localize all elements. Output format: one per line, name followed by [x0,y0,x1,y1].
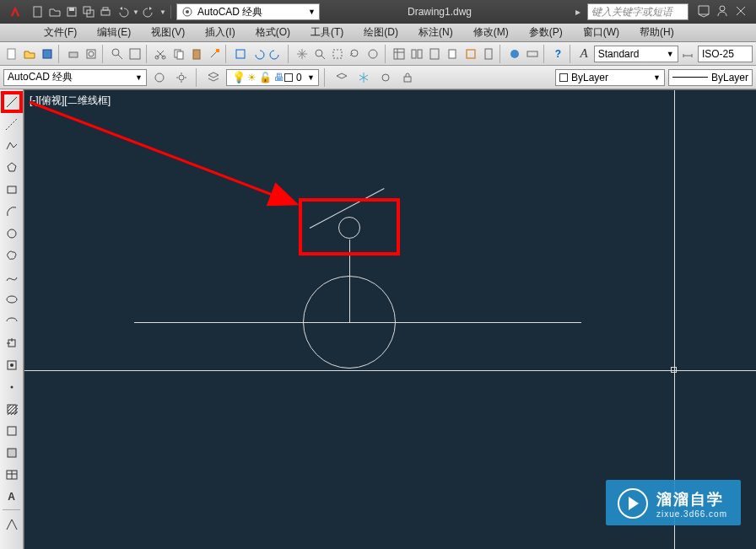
layer-off-icon[interactable] [376,68,395,87]
svg-rect-16 [130,49,140,59]
layer-lock-icon[interactable] [398,68,417,87]
polyline-tool[interactable] [2,136,22,156]
spline-tool[interactable] [2,267,22,288]
svg-rect-25 [333,50,342,58]
cut-icon[interactable] [153,45,169,63]
menu-file[interactable]: 文件(F) [34,24,87,41]
menu-view[interactable]: 视图(V) [141,24,195,41]
qcalc-icon[interactable] [480,45,496,63]
rectangle-tool[interactable] [2,180,22,200]
svg-point-9 [720,6,725,11]
copy-icon[interactable] [170,45,186,63]
search-input[interactable]: 键入关键字或短语 [587,3,688,20]
menu-edit[interactable]: 编辑(E) [87,24,141,41]
save-file-icon[interactable] [39,45,55,63]
point-tool[interactable] [2,377,22,397]
undo-dropdown-icon[interactable]: ▼ [132,4,140,19]
layer-selector[interactable]: 💡 ☀ 🔓 🖶 0 ▼ [226,69,319,86]
workspace-prop-selector[interactable]: AutoCAD 经典 ▼ [3,69,147,86]
layer-freeze-icon[interactable] [354,68,373,87]
dwg-props-icon[interactable] [127,45,143,63]
menu-window[interactable]: 窗口(W) [573,24,629,41]
sun-icon: ☀ [247,72,256,83]
zoom-ext-icon[interactable] [365,45,381,63]
circle-tool[interactable] [2,223,22,244]
block-editor-icon[interactable] [232,45,248,63]
arc-tool[interactable] [2,202,22,222]
menu-help[interactable]: 帮助(H) [629,24,684,41]
table-tool[interactable] [2,465,22,485]
ellipse-arc-tool[interactable] [2,311,22,331]
ws-gear-icon[interactable] [172,68,191,87]
linetype-selector[interactable]: ByLayer [668,69,753,86]
menu-dimension[interactable]: 标注(N) [408,24,463,41]
text-style-icon[interactable]: A [576,45,592,63]
save-icon[interactable] [64,4,79,19]
svg-rect-49 [8,427,16,435]
help-icon[interactable]: ? [550,45,566,63]
construction-line-tool[interactable] [2,114,22,134]
ribbon-icon[interactable] [524,45,540,63]
find-icon[interactable] [109,45,125,63]
layer-iso-icon[interactable] [332,68,351,87]
print-icon[interactable] [98,4,113,19]
polygon-tool[interactable] [2,158,22,178]
svg-rect-28 [394,49,404,59]
open-icon[interactable] [47,4,62,19]
plot-icon[interactable] [65,45,81,63]
draw-toolbar: A [0,89,24,549]
drawing-canvas[interactable]: [-][俯视][二维线框] 溜溜自学 zixue.3d66.com [24,90,756,549]
revision-cloud-tool[interactable] [2,245,22,266]
undo-tb-icon[interactable] [250,45,266,63]
properties-icon[interactable] [391,45,407,63]
svg-rect-34 [485,49,492,59]
open-file-icon[interactable] [21,45,37,63]
workspace-selector[interactable]: AutoCAD 经典 ▼ [176,3,320,20]
match-props-icon[interactable] [206,45,222,63]
make-block-tool[interactable] [2,355,22,375]
hatch-tool[interactable] [2,399,22,419]
dim-style-selector[interactable]: ISO-25 [698,46,753,62]
ws-settings-icon[interactable] [150,68,169,87]
render-icon[interactable] [506,45,522,63]
color-selector[interactable]: ByLayer ▼ [555,69,665,86]
region-tool[interactable] [2,443,22,463]
menu-draw[interactable]: 绘图(D) [354,24,408,41]
menu-tools[interactable]: 工具(T) [300,24,354,41]
ellipse-tool[interactable] [2,289,22,309]
dcenter-icon[interactable] [409,45,425,63]
gradient-tool[interactable] [2,421,22,441]
svg-point-8 [186,10,189,13]
search-icon[interactable] [697,4,710,20]
redo-icon[interactable] [142,4,157,19]
crosshair-pickbox [671,367,677,373]
undo-icon[interactable] [115,4,130,19]
user-icon[interactable] [716,4,729,20]
menu-insert[interactable]: 插入(I) [195,24,245,41]
markup-icon[interactable] [462,45,478,63]
exchange-icon[interactable] [734,4,748,20]
mtext-tool[interactable]: A [2,487,22,507]
text-style-selector[interactable]: Standard ▼ [594,46,678,62]
line-tool[interactable] [2,92,22,112]
sheet-set-icon[interactable] [445,45,461,63]
new-icon[interactable] [30,4,46,19]
plot-preview-icon[interactable] [83,45,99,63]
zoom-prev-icon[interactable] [348,45,364,63]
tool-palettes-icon[interactable] [427,45,443,63]
zoom-window-icon[interactable] [329,45,345,63]
dim-style-icon[interactable] [680,45,696,63]
insert-block-tool[interactable] [2,333,22,353]
new-file-icon[interactable] [3,45,19,63]
add-selected-tool[interactable] [2,514,22,535]
layer-props-icon[interactable] [204,68,223,87]
saveas-icon[interactable] [81,4,96,19]
redo-tb-icon[interactable] [267,45,284,63]
menu-format[interactable]: 格式(O) [246,24,300,41]
zoom-rt-icon[interactable] [311,45,327,63]
pan-icon[interactable] [294,45,310,63]
paste-icon[interactable] [188,45,204,63]
redo-dropdown-icon[interactable]: ▼ [159,4,167,19]
menu-param[interactable]: 参数(P) [519,24,573,41]
menu-modify[interactable]: 修改(M) [463,24,519,41]
